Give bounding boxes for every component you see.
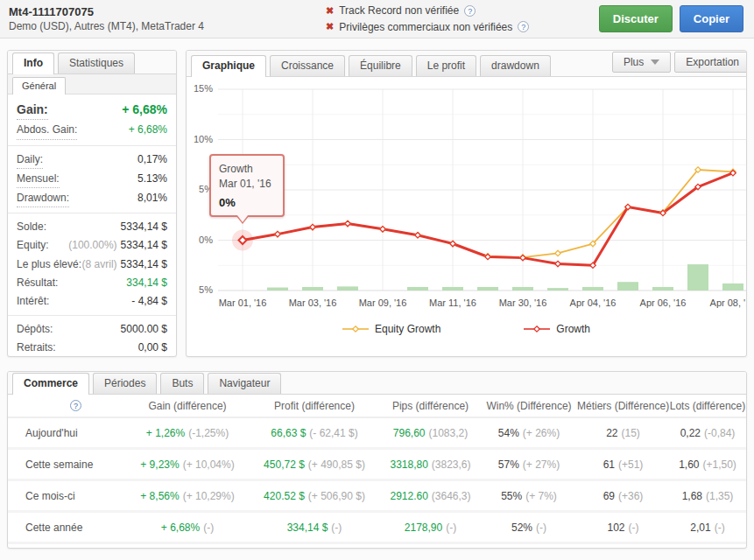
cell-value: 2,01 — [690, 522, 710, 534]
cell-difference: (-) — [536, 522, 546, 534]
cell-value: 66,63 $ — [271, 427, 306, 439]
stat-label: Solde: — [17, 219, 46, 235]
table-cell: 796,60(1083,2) — [380, 427, 481, 439]
cell-difference: (+ 490,85 $) — [308, 458, 365, 471]
cell-difference: (+ 26%) — [523, 427, 560, 439]
tab-graphique[interactable]: Graphique — [191, 55, 266, 77]
column-header-pips-difference: Pips (différence) — [380, 400, 481, 412]
cell-value: 69 — [603, 490, 615, 502]
copy-button[interactable]: Copier — [680, 5, 743, 32]
cell-difference: (+ 10,04%) — [183, 458, 235, 471]
cell-value: 796,60 — [393, 427, 426, 439]
stat-label[interactable]: Abdos. Gain: — [17, 122, 77, 139]
cell-value: 334,14 $ — [287, 522, 328, 534]
info-panel: Info Statistiques Général Gain:+ 6,68%Ab… — [7, 50, 177, 357]
cell-value: 450,72 $ — [264, 458, 305, 471]
x-tick-label: Mar 30, '16 — [499, 298, 547, 308]
cell-value: + 1,26% — [146, 427, 185, 439]
x-axis-labels: Mar 01, '16Mar 03, '16Mar 09, '16Mar 11,… — [218, 296, 743, 312]
cell-difference: (-) — [715, 522, 725, 534]
cell-difference: (-) — [446, 522, 456, 534]
table-cell: 0,22(-0,84) — [669, 427, 746, 439]
help-icon[interactable]: ? — [70, 400, 81, 411]
account-subtitle: Demo (USD), Autres (MT4), MetaTrader 4 — [9, 20, 326, 32]
stat-label[interactable]: Gain: — [17, 100, 48, 120]
cell-value: 1,60 — [679, 458, 699, 471]
tab-statistiques[interactable]: Statistiques — [58, 52, 135, 74]
stat-value: 334,14 $ — [126, 275, 167, 291]
tab-navigateur[interactable]: Navigateur — [208, 373, 281, 394]
x-tick-label: Apr 08, '16 — [710, 298, 747, 308]
cell-value: 61 — [603, 458, 615, 471]
legend-label: Growth — [556, 323, 590, 335]
table-cell: 1,68(1,35) — [669, 490, 746, 502]
chevron-down-icon — [651, 60, 659, 65]
legend-label: Equity Growth — [375, 323, 440, 335]
table-cell: 1,60(+1,50) — [669, 458, 746, 471]
cell-difference: (3823,6) — [432, 458, 471, 471]
cell-value: 55% — [501, 490, 522, 502]
stat-value: 0,17% — [137, 151, 167, 168]
cell-value: 102 — [607, 522, 624, 534]
cell-difference: (1,35) — [706, 490, 733, 502]
cell-difference: (1083,2) — [429, 427, 469, 439]
stat-label: Le plus élevé: — [17, 256, 81, 273]
cell-value: 2912.60 — [390, 490, 427, 502]
stat-value: 5.13% — [137, 171, 167, 187]
tooltip-value: 0% — [219, 196, 275, 209]
stat-label[interactable]: Mensuel: — [17, 171, 60, 188]
tab-le-profit[interactable]: Le profit — [416, 55, 476, 76]
warning-text: Privilèges commerciaux non vérifiées — [339, 19, 512, 36]
divider — [8, 145, 176, 146]
table-cell: 3318,80(3823,6) — [380, 458, 481, 471]
x-tick-label: Mar 09, '16 — [359, 298, 407, 308]
cell-difference: (+ 506,90 $) — [308, 490, 365, 502]
stat-label[interactable]: Drawdown: — [17, 190, 69, 207]
cell-value: 22 — [606, 427, 617, 439]
info-row-drawdown: Drawdown:8,01% — [8, 189, 176, 208]
x-tick-label: Mar 01, '16 — [219, 298, 267, 308]
legend-marker-icon — [342, 325, 369, 333]
cell-value: 2178,90 — [405, 522, 442, 534]
table-cell: 57%(+ 27%) — [481, 458, 577, 471]
growth-chart[interactable]: 15%10%5%0%5% Mar 01, '16Mar 03, '16Mar 0… — [187, 77, 746, 312]
help-icon[interactable]: ? — [518, 21, 529, 32]
stat-value: (8 avril)5334,14 $ — [82, 256, 167, 273]
cell-difference: (-1,25%) — [188, 427, 229, 439]
cell-difference: (-) — [203, 522, 214, 534]
tab-periodes[interactable]: Périodes — [93, 373, 157, 394]
chart-plot-area[interactable] — [218, 84, 747, 296]
more-dropdown-label: Plus — [624, 56, 644, 68]
tab-commerce[interactable]: Commerce — [12, 373, 89, 395]
info-row-retraits: Retraits:0,00 $ — [8, 339, 176, 357]
more-dropdown[interactable]: Plus — [612, 52, 671, 73]
stat-value: 5000.00 $ — [121, 321, 167, 338]
tab-equilibre[interactable]: Équilibre — [349, 55, 412, 76]
column-header-profit-difference: Profit (différence) — [249, 400, 380, 412]
stat-value: 5334,14 $ — [121, 219, 167, 235]
tab-info[interactable]: Info — [12, 52, 54, 74]
cell-difference: (-0,84) — [704, 427, 735, 439]
y-tick-label: 15% — [187, 83, 213, 94]
cell-difference: (+ 7%) — [525, 490, 557, 502]
account-header: Mt4-1111707075 Demo (USD), Autres (MT4),… — [0, 0, 754, 38]
period-label: Cette semaine — [8, 458, 126, 471]
legend-item-growth[interactable]: Growth — [524, 323, 590, 335]
tab-croissance[interactable]: Croissance — [270, 55, 345, 76]
help-icon[interactable]: ? — [464, 5, 476, 17]
export-button[interactable]: Exportation — [674, 52, 747, 73]
cell-difference: (3646,3) — [432, 490, 471, 502]
tab-drawdown[interactable]: drawdown — [480, 55, 551, 76]
discuss-button[interactable]: Discuter — [599, 5, 673, 32]
legend-item-equity-growth[interactable]: Equity Growth — [342, 323, 440, 335]
divider — [8, 213, 176, 214]
tab-buts[interactable]: Buts — [160, 373, 204, 394]
period-label: Aujourd'hui — [8, 427, 126, 439]
cell-difference: (+51) — [618, 458, 643, 471]
cell-difference: (-) — [331, 522, 342, 534]
warning-text: Track Record non vérifiée — [339, 3, 459, 19]
stat-label[interactable]: Daily: — [17, 151, 43, 169]
legend-marker-icon — [524, 325, 550, 333]
subtab-general[interactable]: Général — [12, 77, 66, 94]
red-x-icon: ✖ — [326, 4, 334, 18]
